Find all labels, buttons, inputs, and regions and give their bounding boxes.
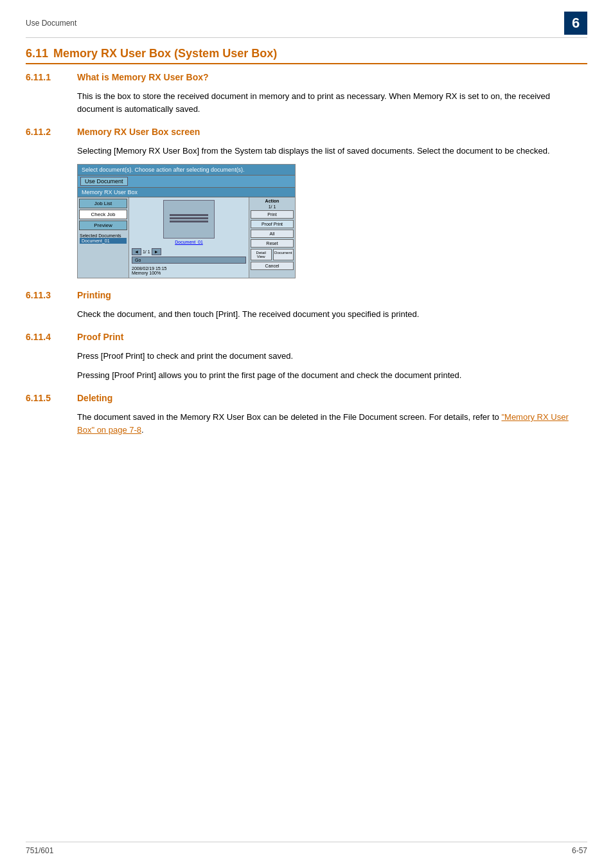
footer-right: 6-57 [572,846,587,855]
main-section-heading: Memory RX User Box (System User Box) [53,47,277,60]
page-count: 1/ 1 [251,204,294,209]
prev-btn[interactable]: ◄ [132,248,141,255]
sub-number-2: 6.11.2 [26,127,77,137]
main-section-title: 6.11Memory RX User Box (System User Box) [26,47,587,64]
sub-title-5: Deleting [77,393,112,403]
sub-body-5-text: The document saved in the Memory RX User… [77,412,501,422]
cancel-btn[interactable]: Cancel [251,262,294,270]
all-btn[interactable]: All [251,230,294,238]
ui-screenshot: Select document(s). Choose action after … [77,164,296,278]
detail-view-btn[interactable]: Detail View [251,249,272,260]
ui-screenshot-container: Select document(s). Choose action after … [77,164,587,278]
ui-body: Job List Check Job Preview Selected Docu… [78,197,295,278]
doc-line-3 [170,221,208,222]
document-btn[interactable]: Document [273,249,294,260]
document-item[interactable]: Document_01 [80,238,127,244]
ui-box-label: Memory RX User Box [78,188,295,197]
selected-docs-label: Selected Documents Document_01 [79,233,127,245]
subsection-6-11-3: 6.11.3 Printing Check the document, and … [26,290,587,321]
sub-title-3: Printing [77,290,111,300]
ui-instruction-text: Select document(s). Choose action after … [82,167,245,173]
subsection-6-11-5: 6.11.5 Deleting The document saved in th… [26,393,587,436]
reset-btn[interactable]: Reset [251,239,294,248]
sub-body-5: The document saved in the Memory RX User… [77,411,587,436]
doc-line-2 [170,217,208,219]
breadcrumb: Use Document [26,19,76,28]
page-container: Use Document 6 6.11Memory RX User Box (S… [0,0,613,868]
ui-instruction-bar: Select document(s). Choose action after … [78,165,295,176]
subsection-header-6-11-1: 6.11.1 What is Memory RX User Box? [26,72,587,86]
sub-title-4: Proof Print [77,332,123,342]
subsection-6-11-1: 6.11.1 What is Memory RX User Box? This … [26,72,587,115]
ui-tab-label: Use Document [80,177,128,186]
ui-left-panel: Job List Check Job Preview Selected Docu… [78,197,129,278]
subsection-header-6-11-4: 6.11.4 Proof Print [26,332,587,346]
print-btn[interactable]: Print [251,210,294,219]
sub-body-3: Check the document, and then touch [Prin… [77,308,587,321]
main-section-number: 6.11 [26,47,48,60]
sub-body-1: This is the box to store the received do… [77,90,587,115]
sub-body-4b: Pressing [Proof Print] allows you to pri… [77,369,587,382]
close-btn[interactable]: Go [132,257,246,264]
doc-lines [170,214,208,224]
subsection-6-11-2: 6.11.2 Memory RX User Box screen Selecti… [26,127,587,278]
sub-body-2: Selecting [Memory RX User Box] from the … [77,145,587,158]
sub-body-4a: Press [Proof Print] to check and print t… [77,350,587,363]
sub-number-5: 6.11.5 [26,393,77,403]
chapter-number: 6 [564,12,587,35]
sub-title-2: Memory RX User Box screen [77,127,200,137]
page-indicator: 1/ 1 [143,249,150,254]
subsection-header-6-11-5: 6.11.5 Deleting [26,393,587,407]
proof-print-btn[interactable]: Proof Print [251,220,294,228]
footer-left: 751/601 [26,846,53,855]
sub-title-1: What is Memory RX User Box? [77,72,209,82]
preview-btn[interactable]: Preview [79,221,127,230]
sub-number-4: 6.11.4 [26,332,77,342]
timestamp: 2008/02/19 15:15 Memory 100% [132,266,246,275]
subsection-header-6-11-3: 6.11.3 Printing [26,290,587,304]
ui-tab-bar: Use Document [78,176,295,188]
sub-number-3: 6.11.3 [26,290,77,300]
page-footer: 751/601 6-57 [26,842,587,855]
doc-line-1 [170,214,208,216]
bottom-row: Detail View Document [251,249,294,260]
job-list-btn[interactable]: Job List [79,199,127,208]
next-btn[interactable]: ► [152,248,161,255]
subsection-6-11-4: 6.11.4 Proof Print Press [Proof Print] t… [26,332,587,381]
check-job-btn[interactable]: Check Job [79,210,127,219]
ui-center-panel: Document_01 ◄ 1/ 1 ► Go 2008/02/19 15:15… [129,197,249,278]
pagination-row: ◄ 1/ 1 ► [132,248,246,255]
sub-body-5-end: . [141,425,144,435]
sub-number-1: 6.11.1 [26,72,77,82]
subsection-header-6-11-2: 6.11.2 Memory RX User Box screen [26,127,587,141]
action-label: Action [251,199,294,203]
doc-preview [163,200,215,239]
top-bar: Use Document 6 [26,12,587,38]
ui-right-panel: Action 1/ 1 Print Proof Print All Reset … [249,197,295,278]
doc-name-link[interactable]: Document_01 [132,240,246,244]
